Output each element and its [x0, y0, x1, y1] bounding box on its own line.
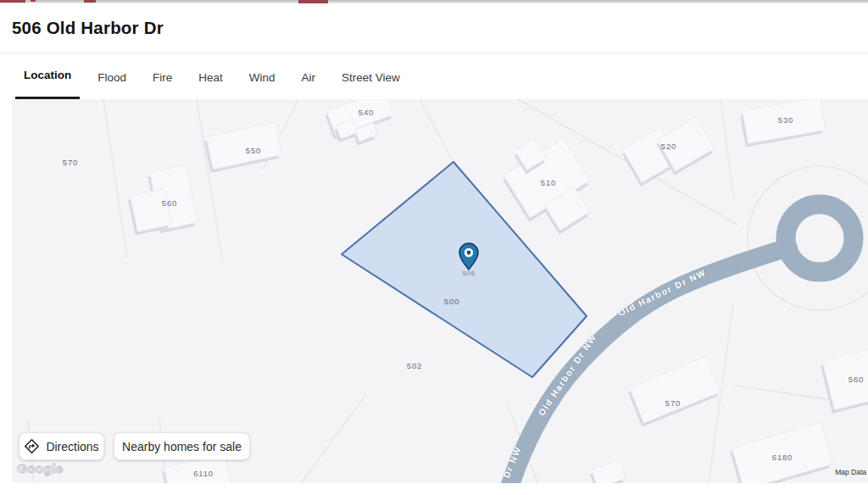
lot-label: 502 [407, 361, 422, 370]
lot-label: 550 [246, 146, 261, 155]
lot-label: 510 [541, 178, 556, 187]
cropped-content-remnant [0, 0, 25, 3]
lot-label: 570 [63, 158, 78, 167]
lot-label: 530 [778, 115, 793, 125]
tab-air[interactable]: Air [293, 53, 325, 99]
lot-label: 6110 [193, 469, 214, 478]
lot-label: 560 [162, 198, 177, 208]
lot-label: 540 [359, 108, 374, 117]
header: 506 Old Harbor Dr [0, 3, 868, 53]
map-attribution[interactable]: Map Data [835, 468, 866, 476]
directions-icon [24, 438, 40, 454]
lot-label: 570 [665, 398, 681, 408]
map-canvas [12, 99, 868, 483]
tab-location[interactable]: Location [15, 53, 80, 99]
tab-fire[interactable]: Fire [144, 53, 181, 99]
tab-bar: Location Flood Fire Heat Wind Air Street… [0, 53, 868, 99]
directions-button[interactable]: Directions [19, 432, 104, 460]
page-title: 506 Old Harbor Dr [12, 18, 164, 38]
building-560-left [130, 188, 172, 232]
pin-address-label: 506 [462, 270, 475, 277]
lot-label: 520 [661, 142, 676, 151]
cul-de-sac [786, 204, 854, 272]
map[interactable]: 570 560 550 540 510 520 530 500 502 570 … [12, 99, 868, 483]
cropped-content-remnant [84, 0, 96, 3]
lot-label: 560 [849, 375, 864, 384]
tab-flood[interactable]: Flood [89, 53, 135, 99]
tab-street-view[interactable]: Street View [333, 53, 409, 99]
tab-heat[interactable]: Heat [190, 53, 231, 99]
cropped-content-remnant [31, 0, 36, 2]
directions-button-label: Directions [46, 440, 98, 453]
tab-wind[interactable]: Wind [241, 53, 284, 99]
nearby-homes-button[interactable]: Nearby homes for sale [114, 432, 250, 460]
nearby-homes-button-label: Nearby homes for sale [122, 440, 242, 453]
google-logo: Google [17, 461, 64, 476]
lot-label: 6180 [772, 453, 793, 462]
lot-label: 500 [444, 297, 459, 306]
